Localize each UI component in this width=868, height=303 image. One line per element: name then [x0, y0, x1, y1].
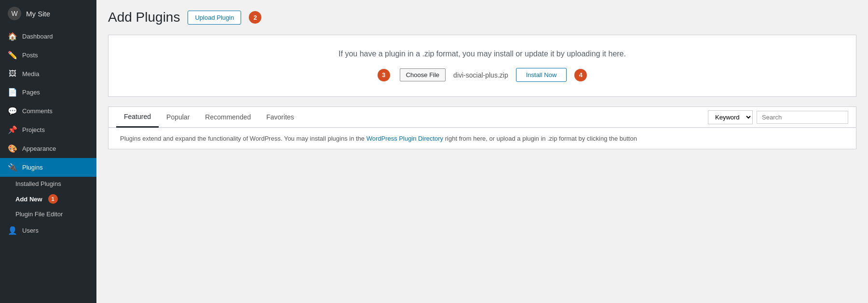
- sidebar-item-posts[interactable]: ✏️ Posts: [0, 46, 96, 65]
- plugins-icon: 🔌: [8, 163, 17, 172]
- keyword-select[interactable]: Keyword: [708, 110, 753, 124]
- page-header: Add Plugins Upload Plugin 2: [96, 0, 868, 30]
- tabs-bar: Featured Popular Recommended Favorites K…: [108, 107, 856, 128]
- sidebar-item-users[interactable]: 👤 Users: [0, 221, 96, 240]
- appearance-icon: 🎨: [8, 144, 17, 153]
- sidebar-item-label: Posts: [22, 52, 38, 59]
- bottom-text: Plugins extend and expand the functional…: [108, 128, 856, 149]
- sidebar-sub-add-new[interactable]: Add New 1: [0, 191, 96, 207]
- sidebar-item-dashboard[interactable]: 🏠 Dashboard: [0, 27, 96, 46]
- tab-recommended[interactable]: Recommended: [197, 107, 258, 127]
- comments-icon: 💬: [8, 106, 17, 116]
- plugin-file-editor-label: Plugin File Editor: [15, 211, 63, 218]
- sidebar-item-label: Comments: [22, 107, 53, 115]
- tab-featured[interactable]: Featured: [116, 107, 159, 128]
- sidebar-logo: W My Site: [0, 0, 96, 27]
- sidebar-item-label: Media: [22, 70, 39, 78]
- upload-plugin-button[interactable]: Upload Plugin: [188, 11, 241, 25]
- sidebar-item-label: Projects: [22, 126, 45, 133]
- sidebar-item-projects[interactable]: 📌 Projects: [0, 120, 96, 139]
- site-name: My Site: [26, 10, 50, 18]
- posts-icon: ✏️: [8, 51, 17, 60]
- media-icon: 🖼: [8, 69, 17, 78]
- sidebar: W My Site 🏠 Dashboard ✏️ Posts 🖼 Media 📄…: [0, 0, 96, 303]
- sidebar-item-label: Plugins: [22, 164, 43, 171]
- sidebar-sub-installed-plugins[interactable]: Installed Plugins: [0, 177, 96, 191]
- plugin-directory-link[interactable]: WordPress Plugin Directory: [366, 135, 443, 142]
- sidebar-item-plugins[interactable]: 🔌 Plugins: [0, 158, 96, 177]
- tabs-section: Featured Popular Recommended Favorites K…: [108, 106, 856, 128]
- tab-popular[interactable]: Popular: [159, 107, 197, 127]
- sidebar-item-comments[interactable]: 💬 Comments: [0, 102, 96, 120]
- add-new-badge: 1: [48, 194, 58, 204]
- bottom-text-suffix: right from here, or upload a plugin in .…: [443, 135, 637, 142]
- sidebar-item-appearance[interactable]: 🎨 Appearance: [0, 139, 96, 158]
- sidebar-item-label: Appearance: [22, 145, 56, 152]
- tabs-search-area: Keyword: [708, 110, 848, 124]
- upload-file-row: 3 Choose File divi-social-plus.zip Insta…: [118, 68, 846, 82]
- sidebar-item-label: Dashboard: [22, 33, 53, 40]
- dashboard-icon: 🏠: [8, 32, 17, 41]
- pages-icon: 📄: [8, 88, 17, 97]
- tab-favorites[interactable]: Favorites: [258, 107, 302, 127]
- main-content: Add Plugins Upload Plugin 2 If you have …: [96, 0, 868, 303]
- sidebar-item-pages[interactable]: 📄 Pages: [0, 83, 96, 102]
- add-new-label: Add New: [15, 196, 42, 203]
- upload-section: If you have a plugin in a .zip format, y…: [108, 35, 856, 97]
- sidebar-item-media[interactable]: 🖼 Media: [0, 65, 96, 83]
- installed-plugins-label: Installed Plugins: [15, 180, 61, 187]
- file-name-label: divi-social-plus.zip: [453, 71, 508, 79]
- sidebar-sub-plugin-file-editor[interactable]: Plugin File Editor: [0, 207, 96, 221]
- users-label: Users: [22, 227, 39, 234]
- users-icon: 👤: [8, 226, 17, 235]
- choose-file-button[interactable]: Choose File: [400, 68, 446, 81]
- sidebar-item-label: Pages: [22, 89, 40, 96]
- bottom-text-prefix: Plugins extend and expand the functional…: [120, 135, 366, 142]
- upload-info-text: If you have a plugin in a .zip format, y…: [118, 50, 846, 58]
- step-badge-3: 3: [378, 69, 390, 81]
- projects-icon: 📌: [8, 125, 17, 134]
- wp-logo-icon: W: [8, 7, 21, 20]
- install-now-button[interactable]: Install Now: [516, 68, 567, 82]
- page-title: Add Plugins: [108, 10, 180, 25]
- step-badge-4: 4: [574, 69, 587, 81]
- search-input[interactable]: [757, 111, 848, 124]
- header-badge-2: 2: [249, 11, 261, 24]
